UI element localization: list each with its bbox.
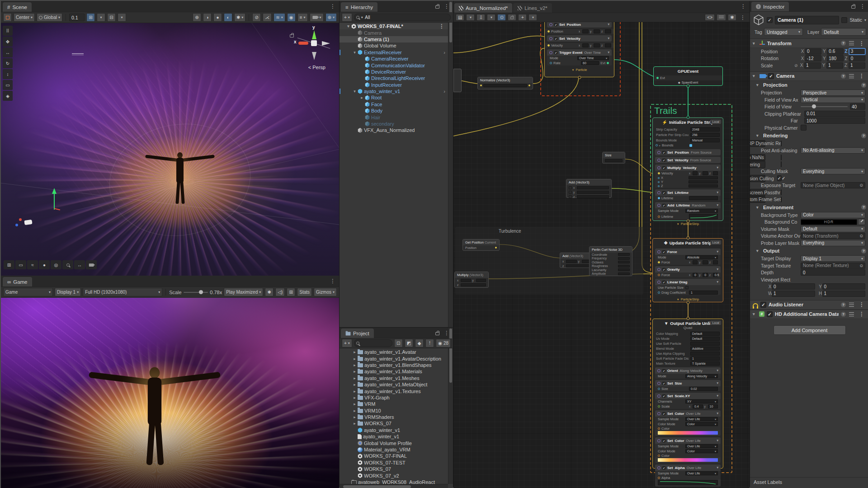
fov-slider[interactable]: 40: [801, 103, 865, 110]
project-row[interactable]: ayato_winter_v1: [340, 427, 448, 433]
foldout-arrow-icon[interactable]: [352, 408, 357, 413]
bug-icon[interactable]: ✱: [265, 288, 274, 296]
foldout-arrow-icon[interactable]: [352, 363, 357, 367]
add-asset-button[interactable]: +▾: [342, 339, 352, 347]
inspector-menu-icon[interactable]: ⋮: [858, 3, 867, 9]
audio-icon[interactable]: ◁): [275, 288, 285, 296]
near-clip-field[interactable]: 0.01: [804, 111, 865, 117]
rotation-fields[interactable]: X-12 Y180 Z0: [801, 55, 865, 61]
tab-vfx-active[interactable]: Aura_Normalized*: [454, 3, 512, 13]
grid-snap-dropdown[interactable]: ▾: [97, 13, 105, 22]
size-node[interactable]: Size: [602, 152, 625, 164]
space-dropdown[interactable]: Global▾: [37, 13, 62, 22]
scale-tool-icon[interactable]: ↕: [3, 69, 13, 79]
project-row[interactable]: ayato_winter_v1.AvatarDescription: [340, 355, 448, 361]
play-maximized-dropdown[interactable]: Play Maximized▾: [224, 288, 263, 296]
camera-preview-icon[interactable]: [86, 260, 97, 269]
debug-icon[interactable]: ✱: [728, 14, 736, 21]
project-row[interactable]: VRM: [340, 401, 448, 407]
partial-node[interactable]: [453, 69, 462, 92]
project-row[interactable]: WORKS_07-TEST: [340, 460, 448, 466]
update-particle-strip-node[interactable]: ✥ Update Particle StripLocal Force▾ Mode…: [652, 238, 723, 302]
foldout-arrow-icon[interactable]: [352, 357, 357, 361]
inspector-row[interactable]: Exposure Target None (Game Object)▾⊙: [750, 182, 868, 189]
orbit-icon[interactable]: ⊞: [4, 260, 14, 269]
presets-icon[interactable]: [849, 303, 854, 307]
help-icon[interactable]: ?: [841, 74, 846, 79]
project-scrollbar[interactable]: [448, 328, 453, 484]
inspector-row[interactable]: Stop NaNs ▾⊙: [750, 154, 765, 161]
hierarchy-row[interactable]: Camera ⋮: [340, 29, 448, 36]
viewport-h-field[interactable]: 1: [822, 291, 866, 297]
inspector-row[interactable]: Probe Layer Mask Everything▾⊙: [750, 239, 868, 247]
hierarchy-row[interactable]: ayato_winter_v1 ⋮: [340, 88, 448, 94]
project-row[interactable]: ayato_winter_v1.Avatar: [340, 349, 448, 355]
viewport-y-field[interactable]: 0: [822, 283, 866, 290]
project-row[interactable]: VRM10: [340, 408, 448, 414]
add-object-button[interactable]: +▾: [342, 13, 352, 22]
active-checkbox[interactable]: [767, 17, 773, 23]
add-component-button[interactable]: Add Component: [774, 325, 846, 335]
position-fields[interactable]: X0 Y0.6 Z3: [801, 48, 865, 55]
project-row[interactable]: WORKS_07: [340, 420, 448, 427]
component-menu-icon[interactable]: ⋮: [857, 73, 866, 79]
blackboard-icon[interactable]: [717, 14, 726, 21]
layers-visibility-icon[interactable]: ≋▾: [274, 13, 285, 22]
grid-size-field[interactable]: 0.1: [69, 14, 85, 21]
project-hscrollbar[interactable]: [340, 484, 448, 488]
normalize-node[interactable]: Normalize (Vector3): [477, 77, 533, 89]
alpha-curve[interactable]: [658, 480, 717, 485]
save-dropdown[interactable]: ▾: [466, 14, 475, 21]
inspector-row[interactable]: Occlusion Culling ▾⊙: [750, 175, 765, 182]
project-row[interactable]: Global Volume Profile: [340, 440, 448, 446]
output-foldout[interactable]: ▾Output?: [750, 247, 868, 255]
orientation-gizmo[interactable]: y x: [299, 29, 328, 58]
move-tool-icon[interactable]: ↔: [3, 47, 13, 57]
inspector-row[interactable]: Fullscreen Passthr ▾⊙: [750, 189, 765, 196]
project-search-input[interactable]: [354, 339, 392, 347]
trails-group-label[interactable]: Trails: [654, 105, 677, 116]
project-row[interactable]: ayato_winter_v1: [340, 433, 448, 440]
vfx-menu-icon[interactable]: ⋮: [739, 3, 748, 9]
audio-enabled-checkbox[interactable]: [760, 302, 766, 308]
tab-game[interactable]: ∞Game: [3, 277, 32, 286]
scale-fields[interactable]: X1 Y1 Z1: [800, 62, 865, 69]
link-target-icon[interactable]: ⊙: [497, 14, 506, 21]
hierarchy-row[interactable]: DirectionalLightReceiver ⋮: [340, 75, 448, 81]
lifetime-curve[interactable]: [689, 214, 718, 219]
gpuevent-node[interactable]: GPUEvent Evt ◆SpawnEvent: [653, 66, 723, 86]
shaded-icon[interactable]: ◑: [203, 13, 212, 22]
alert-icon[interactable]: !: [425, 339, 434, 347]
perlin-curl-noise-node[interactable]: Perlin Curl Noise 3D CoordinateFrequency…: [589, 246, 632, 276]
eyedropper-icon[interactable]: [858, 219, 865, 225]
scale-slider[interactable]: [184, 292, 208, 293]
camera-enabled-checkbox[interactable]: [768, 73, 774, 79]
foldout-arrow-icon[interactable]: [352, 382, 357, 387]
scene-options-icon[interactable]: ⋮: [437, 23, 446, 29]
inspector-row[interactable]: Target Texture None (Render Texture)▾⊙: [750, 262, 868, 269]
lock-toggle-icon[interactable]: [508, 14, 516, 21]
help-icon[interactable]: ?: [841, 312, 846, 317]
camera-overlay-dropdown[interactable]: ▾: [310, 13, 324, 22]
graph-options-icon[interactable]: ⋮: [738, 14, 747, 21]
scene-visibility-moon-icon[interactable]: ◐: [224, 13, 232, 22]
hierarchy-row[interactable]: ExternalReceiver ⋮: [340, 49, 448, 56]
presets-icon[interactable]: [849, 74, 854, 78]
spawn-context-node[interactable]: SetPosition▾ Positionxyz SetVelocity▾ Ve…: [544, 22, 614, 77]
add-node-button[interactable]: +: [518, 14, 527, 21]
foldout-arrow-icon[interactable]: [346, 24, 351, 28]
vsync-icon[interactable]: ⊞: [287, 288, 295, 296]
project-row[interactable]: WORKS_07: [340, 466, 448, 472]
component-menu-icon[interactable]: ⋮: [857, 301, 866, 308]
gizmo-target-dropdown[interactable]: ⊕▾: [326, 13, 337, 22]
grid-snap-icon[interactable]: ⊞: [86, 13, 95, 22]
increment-snap-icon[interactable]: ⊟: [107, 13, 116, 22]
physical-camera-checkbox[interactable]: [801, 125, 807, 131]
inspector-row[interactable]: Culling Mask Everything▾⊙: [750, 168, 868, 175]
help-icon[interactable]: ?: [861, 133, 866, 138]
hierarchy-search-input[interactable]: ▾All: [354, 14, 451, 21]
save-as-dropdown[interactable]: ▾: [487, 14, 495, 21]
mute-audio-icon[interactable]: ⊘: [252, 13, 261, 22]
save-button[interactable]: ▤: [456, 14, 464, 21]
layer-dropdown[interactable]: Default▾: [821, 28, 866, 36]
